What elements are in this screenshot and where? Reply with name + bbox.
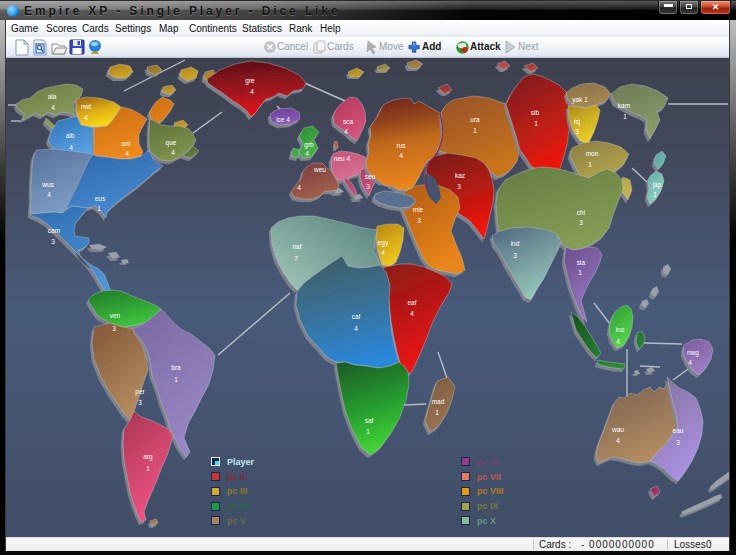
svg-text:caf: caf [352, 313, 361, 320]
svg-text:4: 4 [250, 88, 254, 95]
svg-text:wus: wus [41, 181, 54, 188]
svg-text:wau: wau [611, 426, 624, 433]
svg-text:1: 1 [623, 113, 627, 120]
svg-text:ont: ont [121, 140, 130, 147]
svg-text:nwg: nwg [687, 349, 699, 357]
svg-text:mon: mon [586, 150, 599, 157]
svg-text:kam: kam [618, 102, 630, 109]
svg-text:eus: eus [95, 195, 106, 202]
svg-text:arg: arg [143, 453, 153, 461]
svg-text:eaf: eaf [407, 299, 416, 306]
svg-text:yak 1: yak 1 [572, 96, 588, 104]
svg-text:nwt: nwt [81, 103, 91, 110]
svg-text:1: 1 [653, 191, 657, 198]
svg-text:gre: gre [245, 77, 255, 85]
svg-text:4: 4 [51, 104, 55, 111]
svg-text:4: 4 [344, 128, 348, 135]
svg-text:1: 1 [146, 465, 150, 472]
svg-text:1: 1 [174, 376, 178, 383]
svg-text:1: 1 [588, 161, 592, 168]
svg-text:4: 4 [171, 149, 175, 156]
svg-text:3: 3 [366, 183, 370, 190]
svg-text:ura: ura [470, 116, 480, 123]
svg-text:1: 1 [534, 120, 538, 127]
svg-text:rus: rus [396, 142, 406, 149]
svg-text:3: 3 [457, 183, 461, 190]
svg-text:ven: ven [110, 312, 121, 319]
svg-text:3: 3 [112, 325, 116, 332]
svg-text:per: per [135, 388, 145, 396]
svg-text:4: 4 [305, 150, 309, 157]
svg-text:egy: egy [378, 239, 389, 247]
svg-text:seu: seu [365, 173, 376, 180]
svg-text:mad: mad [432, 398, 445, 405]
svg-text:bra: bra [171, 364, 181, 371]
svg-text:ice 4: ice 4 [276, 116, 290, 123]
svg-text:4: 4 [616, 338, 620, 345]
svg-text:mie: mie [413, 206, 424, 213]
svg-text:4: 4 [84, 114, 88, 121]
svg-text:4: 4 [399, 152, 403, 159]
svg-text:4: 4 [47, 191, 51, 198]
svg-text:3: 3 [417, 217, 421, 224]
svg-text:sia: sia [577, 259, 586, 266]
svg-text:3: 3 [575, 128, 579, 135]
svg-text:3: 3 [51, 238, 55, 245]
svg-text:3: 3 [138, 399, 142, 406]
svg-text:jap: jap [652, 181, 662, 189]
svg-text:que: que [166, 139, 177, 147]
svg-text:1: 1 [473, 127, 477, 134]
svg-text:4: 4 [354, 325, 358, 332]
svg-text:3: 3 [579, 219, 583, 226]
svg-text:4: 4 [688, 359, 692, 366]
svg-text:kaz: kaz [455, 172, 465, 179]
svg-text:grb: grb [304, 141, 314, 149]
svg-text:chi: chi [577, 209, 585, 216]
svg-text:naf: naf [292, 243, 301, 250]
svg-text:7: 7 [294, 255, 298, 262]
svg-text:1: 1 [435, 409, 439, 416]
svg-text:4: 4 [410, 310, 414, 317]
svg-text:4: 4 [125, 150, 129, 157]
svg-text:alb: alb [66, 132, 75, 139]
svg-text:4: 4 [297, 184, 301, 191]
svg-text:eau: eau [673, 427, 684, 434]
svg-text:neu 4: neu 4 [334, 155, 351, 162]
svg-text:4: 4 [69, 144, 73, 151]
svg-text:4: 4 [381, 249, 385, 256]
svg-text:weu: weu [313, 166, 326, 173]
svg-text:sib: sib [531, 109, 540, 116]
svg-text:3: 3 [513, 252, 517, 259]
svg-text:ind: ind [511, 240, 520, 247]
svg-text:tsj: tsj [574, 118, 581, 126]
svg-text:ala: ala [48, 93, 57, 100]
svg-text:1: 1 [97, 205, 101, 212]
svg-text:3: 3 [676, 439, 680, 446]
svg-text:sca: sca [343, 118, 354, 125]
svg-text:4: 4 [616, 437, 620, 444]
svg-text:ino: ino [616, 326, 625, 333]
svg-text:1: 1 [366, 428, 370, 435]
svg-text:cam: cam [48, 227, 60, 234]
svg-text:1: 1 [578, 269, 582, 276]
svg-text:saf: saf [365, 417, 374, 424]
